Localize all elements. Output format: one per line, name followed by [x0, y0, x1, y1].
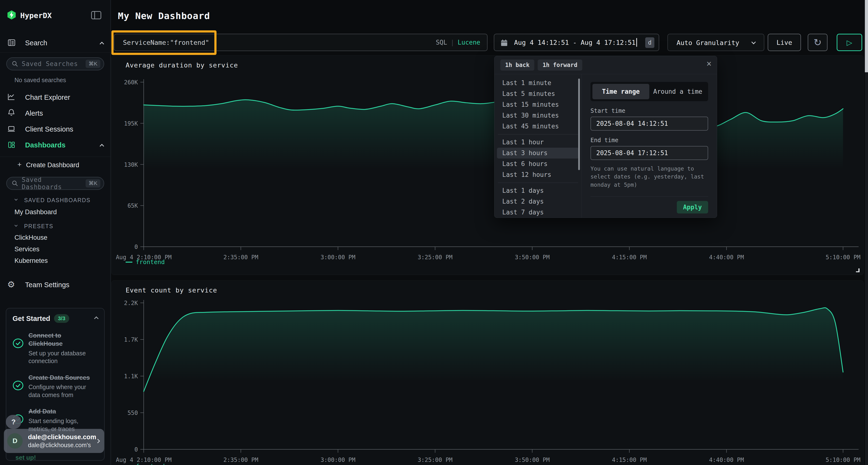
divider — [498, 182, 578, 183]
time-option[interactable]: Last 6 hours — [495, 159, 582, 169]
line-chart-avg-duration[interactable]: 065K130K195K260KAug 4 2:10:00 PM2:35:00 … — [112, 56, 864, 275]
svg-text:2.2K: 2.2K — [124, 300, 138, 306]
divider — [0, 157, 111, 157]
chevron-up-icon[interactable] — [94, 317, 98, 321]
time-option[interactable]: Last 15 minutes — [495, 99, 582, 110]
svg-text:0: 0 — [134, 243, 138, 250]
time-picker-form: Time range Around a time Start time End … — [582, 74, 717, 218]
lucene-toggle[interactable]: Lucene — [458, 39, 480, 46]
calendar-icon — [500, 39, 508, 47]
svg-text:4:15:00 PM: 4:15:00 PM — [612, 254, 647, 261]
preset-dashboard-item[interactable]: Kubernetes — [14, 255, 101, 266]
end-time-input[interactable] — [590, 146, 708, 160]
scrollbar-thumb[interactable] — [578, 78, 580, 170]
refresh-button[interactable]: ↻ — [808, 34, 828, 51]
time-range-input[interactable]: Aug 4 14:12:51 - Aug 4 17:12:51 d — [494, 34, 659, 51]
sidebar: HyperDX Search Saved Searches ⌘K No save… — [0, 0, 111, 465]
chevron-down-icon[interactable] — [14, 198, 18, 201]
svg-text:3:50:00 PM: 3:50:00 PM — [515, 254, 550, 261]
preset-dashboard-item[interactable]: Services — [14, 243, 101, 255]
preset-dashboard-item[interactable]: ClickHouse — [14, 232, 101, 243]
apply-button[interactable]: Apply — [677, 201, 708, 213]
text-cursor — [636, 38, 637, 47]
query-language-toggle: SQL | Lucene — [436, 34, 480, 51]
legend-line-swatch — [126, 262, 132, 263]
sql-toggle[interactable]: SQL — [436, 39, 447, 46]
start-time-input[interactable] — [590, 117, 708, 131]
get-started-item[interactable]: Create Data SourcesConfigure where your … — [12, 374, 98, 399]
chevron-down-icon[interactable] — [14, 224, 18, 227]
start-time-label: Start time — [590, 107, 708, 114]
search-icon — [11, 180, 18, 187]
svg-text:1.1K: 1.1K — [124, 373, 138, 380]
shift-1h-back-button[interactable]: 1h back — [500, 60, 534, 71]
time-option[interactable]: Last 7 days — [495, 207, 582, 218]
line-chart-event-count[interactable]: 05501.1K1.7K2.2KAug 4 2:10:00 PM2:35:00 … — [112, 281, 864, 465]
sidebar-collapse-icon[interactable] — [91, 11, 101, 19]
granularity-value: Auto Granularity — [677, 39, 739, 46]
time-option[interactable]: Last 1 minute — [495, 77, 582, 89]
saved-dashboard-item[interactable]: My Dashboard — [14, 206, 101, 218]
time-picker-popover: 1h back 1h forward × Last 1 minuteLast 5… — [494, 56, 717, 218]
time-option[interactable]: Last 3 hours — [497, 148, 579, 159]
legend-series-label: frontend — [136, 463, 165, 465]
play-button[interactable]: ▷ — [837, 34, 862, 51]
chart-panel-avg-duration: Average duration by service 065K130K195K… — [112, 56, 864, 275]
close-icon[interactable]: × — [707, 60, 712, 68]
get-started-items: Connect to ClickHouseSet up your databas… — [12, 332, 98, 433]
get-started-partial-link[interactable]: set up! — [16, 454, 36, 461]
sidebar-item-client-sessions[interactable]: Client Sessions — [25, 125, 73, 133]
get-started-progress-badge: 3/3 — [54, 314, 69, 323]
saved-searches-input[interactable]: Saved Searches ⌘K — [6, 57, 104, 70]
get-started-item[interactable]: Connect to ClickHouseSet up your databas… — [12, 332, 98, 365]
app-window: HyperDX Search Saved Searches ⌘K No save… — [0, 0, 868, 465]
time-picker-header: 1h back 1h forward × — [495, 56, 717, 74]
page-scrollbar-thumb[interactable] — [865, 0, 868, 72]
time-option[interactable]: Last 2 days — [495, 196, 582, 207]
time-option[interactable]: Last 1 days — [495, 185, 582, 196]
chevron-up-icon[interactable] — [100, 144, 104, 148]
search-icon — [11, 61, 18, 67]
create-dashboard-button[interactable]: Create Dashboard — [26, 161, 79, 169]
time-option[interactable]: Last 5 minutes — [495, 89, 582, 99]
time-picker-body: Last 1 minuteLast 5 minutesLast 15 minut… — [495, 74, 717, 218]
kbd-shortcut: ⌘K — [86, 60, 100, 68]
sidebar-item-alerts[interactable]: Alerts — [25, 109, 43, 117]
hyperdx-logo-icon — [7, 10, 16, 20]
svg-text:130K: 130K — [124, 161, 138, 168]
time-option[interactable]: Last 45 minutes — [495, 121, 582, 132]
svg-text:550: 550 — [128, 409, 138, 416]
divider — [0, 53, 111, 53]
query-filter-box: SQL | Lucene — [114, 34, 488, 51]
sidebar-item-team-settings[interactable]: Team Settings — [25, 281, 69, 289]
end-time-label: End time — [590, 137, 708, 143]
page-scrollbar[interactable] — [865, 0, 868, 465]
sidebar-item-search[interactable]: Search — [25, 39, 47, 47]
tab-around-a-time[interactable]: Around a time — [649, 84, 706, 99]
chart-title: Average duration by service — [126, 61, 238, 69]
kbd-d-badge: d — [645, 37, 654, 48]
help-button[interactable]: ? — [6, 415, 21, 429]
granularity-select[interactable]: Auto Granularity — [668, 34, 764, 51]
time-option[interactable]: Last 1 hour — [495, 137, 582, 148]
toggle-separator: | — [451, 39, 454, 46]
get-started-item-text: Create Data SourcesConfigure where your … — [28, 374, 92, 399]
shift-1h-forward-button[interactable]: 1h forward — [538, 60, 582, 71]
time-option[interactable]: Last 12 hours — [495, 169, 582, 180]
time-option[interactable]: Last 30 minutes — [495, 110, 582, 121]
query-filter-input[interactable] — [114, 34, 487, 51]
get-started-item-title: Create Data Sources — [28, 374, 92, 382]
tab-time-range[interactable]: Time range — [592, 84, 649, 99]
check-circle-icon — [12, 374, 24, 399]
saved-dashboards-input[interactable]: Saved Dashboards ⌘K — [6, 177, 104, 190]
presets-list: ClickHouseServicesKubernetes — [14, 232, 101, 266]
sidebar-item-dashboards[interactable]: Dashboards — [25, 141, 66, 149]
svg-text:5:10:00 PM: 5:10:00 PM — [826, 254, 861, 261]
saved-dashboards-header[interactable]: SAVED DASHBOARDS — [24, 197, 91, 204]
panel-resize-handle[interactable] — [856, 268, 860, 272]
chevron-up-icon[interactable] — [100, 42, 104, 46]
user-menu[interactable]: D dale@clickhouse.com dale@clickhouse.co… — [4, 429, 104, 453]
presets-header[interactable]: PRESETS — [24, 223, 53, 230]
live-button[interactable]: Live — [768, 34, 801, 51]
sidebar-item-chart-explorer[interactable]: Chart Explorer — [25, 94, 70, 101]
